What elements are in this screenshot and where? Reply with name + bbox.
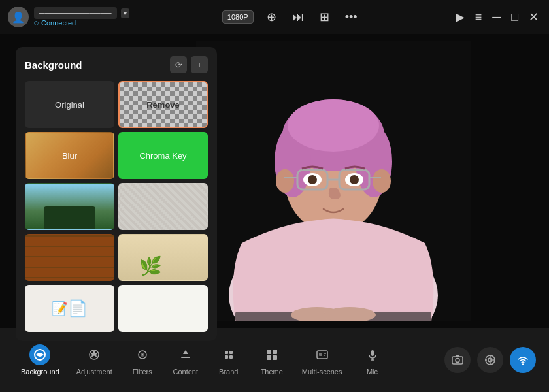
svg-rect-40 bbox=[371, 350, 374, 356]
layout-icon: ⊞ bbox=[320, 10, 329, 24]
bg-sketch-item[interactable]: 📝 bbox=[25, 285, 114, 332]
brand-nav-icon bbox=[218, 344, 239, 365]
nav-item-adjustment[interactable]: Adjustment bbox=[69, 339, 120, 381]
menu-icon: ≡ bbox=[475, 10, 482, 24]
bg-brick-item[interactable] bbox=[25, 234, 114, 281]
filters-nav-label: Fliters bbox=[133, 368, 152, 376]
nav-item-background[interactable]: Background bbox=[13, 339, 67, 381]
bg-chroma-item[interactable]: Chroma Key bbox=[118, 132, 208, 179]
skip-button[interactable]: ⏭ bbox=[290, 8, 307, 27]
bg-remove-item[interactable]: Remove bbox=[118, 81, 208, 128]
bg-remove-label: Remove bbox=[146, 100, 180, 110]
bg-blur-label: Blur bbox=[62, 151, 77, 161]
more-icon: ••• bbox=[345, 10, 358, 24]
bottom-right-controls bbox=[444, 347, 536, 373]
nav-item-filters[interactable]: Fliters bbox=[122, 339, 163, 381]
svg-rect-34 bbox=[267, 355, 271, 360]
username-row: ───────────── ▾ bbox=[34, 7, 129, 19]
brand-nav-label: Brand bbox=[219, 368, 238, 376]
svg-rect-31 bbox=[229, 355, 233, 359]
connected-dot-icon: ⬡ bbox=[34, 20, 39, 26]
main-content: Background ⟳ + Original Remove Blur Chro… bbox=[0, 34, 549, 328]
stream-icon: ▶ bbox=[456, 10, 465, 24]
add-button[interactable]: + bbox=[191, 56, 208, 73]
connected-label: Connected bbox=[41, 19, 76, 27]
svg-rect-37 bbox=[319, 353, 322, 356]
svg-rect-33 bbox=[273, 350, 277, 354]
skip-icon: ⏭ bbox=[292, 10, 304, 24]
content-nav-label: Content bbox=[173, 368, 198, 376]
svg-rect-30 bbox=[225, 355, 228, 359]
restore-button[interactable]: □ bbox=[508, 8, 521, 27]
avatar-icon: 👤 bbox=[12, 11, 25, 24]
connected-status: ⬡ Connected bbox=[34, 19, 129, 27]
nav-item-multiscene[interactable]: Multi-scenes bbox=[294, 339, 350, 381]
close-icon: ✕ bbox=[529, 10, 539, 24]
svg-point-53 bbox=[522, 363, 524, 365]
filters-nav-icon bbox=[132, 344, 153, 365]
content-nav-icon bbox=[175, 344, 196, 365]
restore-icon: □ bbox=[511, 10, 518, 24]
camera-button[interactable] bbox=[444, 347, 471, 373]
menu-button[interactable]: ≡ bbox=[473, 8, 485, 27]
svg-rect-27 bbox=[181, 357, 190, 358]
bg-white-item[interactable] bbox=[118, 285, 208, 332]
bg-blur-item[interactable]: Blur bbox=[25, 132, 114, 179]
bg-desk-item[interactable] bbox=[25, 183, 114, 230]
bg-original-label: Original bbox=[55, 100, 84, 110]
background-grid: Original Remove Blur Chroma Key bbox=[25, 81, 208, 332]
bg-sketch-label: 📝 bbox=[52, 301, 68, 316]
svg-point-17 bbox=[308, 175, 317, 184]
minimize-button[interactable]: ─ bbox=[490, 8, 503, 27]
zoom-button[interactable]: ⊕ bbox=[264, 7, 279, 27]
more-button[interactable]: ••• bbox=[342, 8, 360, 27]
panel-header-buttons: ⟳ + bbox=[170, 56, 208, 73]
nav-item-mic[interactable]: Mic bbox=[352, 339, 393, 381]
avatar: 👤 bbox=[8, 7, 29, 27]
svg-point-8 bbox=[276, 169, 294, 193]
bg-chroma-label: Chroma Key bbox=[139, 151, 186, 161]
svg-rect-43 bbox=[452, 357, 463, 364]
target-button[interactable] bbox=[477, 347, 503, 373]
bottom-nav: Background Adjustment Fliters bbox=[13, 339, 444, 381]
background-panel: Background ⟳ + Original Remove Blur Chro… bbox=[16, 47, 217, 341]
close-button[interactable]: ✕ bbox=[526, 7, 541, 27]
nav-item-content[interactable]: Content bbox=[165, 339, 207, 381]
svg-point-9 bbox=[373, 169, 391, 193]
topbar-right: ▶ ≡ ─ □ ✕ bbox=[453, 7, 541, 27]
background-nav-icon bbox=[29, 344, 50, 365]
topbar: 👤 ───────────── ▾ ⬡ Connected 1080P ⊕ ⏭ … bbox=[0, 0, 549, 34]
bg-texture-item[interactable] bbox=[118, 183, 208, 230]
bg-plant-item[interactable] bbox=[118, 234, 208, 281]
svg-point-48 bbox=[490, 359, 491, 361]
panel-title: Background bbox=[25, 59, 82, 71]
theme-nav-label: Theme bbox=[261, 368, 283, 376]
video-feed bbox=[196, 41, 471, 321]
background-nav-label: Background bbox=[21, 368, 59, 376]
zoom-icon: ⊕ bbox=[267, 10, 276, 24]
adjustment-nav-label: Adjustment bbox=[76, 368, 112, 376]
mic-nav-label: Mic bbox=[367, 368, 378, 376]
svg-point-44 bbox=[456, 359, 459, 363]
nav-item-brand[interactable]: Brand bbox=[208, 339, 250, 381]
multiscene-nav-label: Multi-scenes bbox=[302, 368, 342, 376]
svg-point-26 bbox=[142, 354, 143, 355]
user-info: ───────────── ▾ ⬡ Connected bbox=[34, 7, 129, 27]
user-dropdown-button[interactable]: ▾ bbox=[121, 8, 129, 18]
svg-rect-35 bbox=[273, 355, 277, 360]
resolution-badge[interactable]: 1080P bbox=[222, 10, 254, 24]
svg-rect-45 bbox=[456, 355, 459, 357]
bg-original-item[interactable]: Original bbox=[25, 81, 114, 128]
loop-button[interactable]: ⟳ bbox=[170, 56, 187, 73]
wifi-button[interactable] bbox=[510, 347, 536, 373]
svg-rect-32 bbox=[267, 350, 271, 354]
stream-button[interactable]: ▶ bbox=[453, 7, 467, 27]
topbar-left: 👤 ───────────── ▾ ⬡ Connected bbox=[8, 7, 129, 27]
topbar-center: 1080P ⊕ ⏭ ⊞ ••• bbox=[136, 7, 446, 27]
adjustment-nav-icon bbox=[84, 344, 105, 365]
layout-button[interactable]: ⊞ bbox=[317, 7, 332, 27]
nav-item-theme[interactable]: Theme bbox=[251, 339, 293, 381]
minimize-icon: ─ bbox=[492, 10, 501, 24]
panel-header: Background ⟳ + bbox=[25, 56, 208, 73]
svg-rect-29 bbox=[229, 351, 233, 354]
